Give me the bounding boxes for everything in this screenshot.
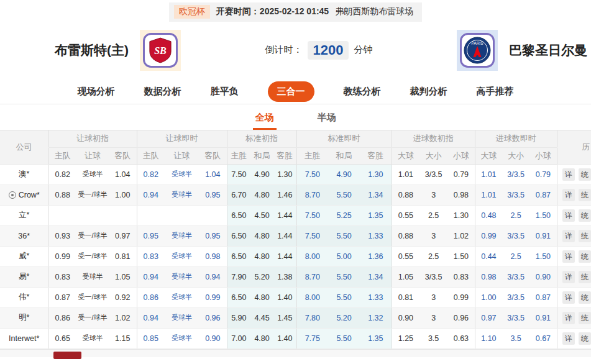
stats-button[interactable]: 统 bbox=[579, 291, 591, 304]
countdown-unit: 分钟 bbox=[354, 44, 372, 56]
column-subheader: 大球 bbox=[475, 147, 502, 164]
detail-button[interactable]: 详 bbox=[562, 271, 575, 283]
odds-cell: 0.98 bbox=[447, 184, 475, 205]
tab-7[interactable]: 高手推荐 bbox=[477, 86, 514, 98]
match-banner: 布雷斯特(主) SB 倒计时： 1200 分钟 bbox=[0, 20, 591, 80]
odds-cell bbox=[48, 205, 76, 225]
odds-cell: 8.00 bbox=[296, 287, 328, 307]
next-row-partial bbox=[0, 349, 591, 357]
odds-cell: 1.35 bbox=[360, 205, 392, 225]
tab-1[interactable]: 现场分析 bbox=[78, 86, 115, 98]
odds-cell bbox=[137, 205, 165, 225]
odds-cell: 1.35 bbox=[360, 328, 392, 348]
company-cell: 威* bbox=[0, 246, 48, 266]
subtab-2[interactable]: 半场 bbox=[315, 112, 339, 130]
odds-cell: 3 bbox=[419, 307, 447, 328]
odds-cell: 1.44 bbox=[273, 246, 296, 266]
company-name: 立* bbox=[19, 210, 29, 221]
detail-button[interactable]: 详 bbox=[562, 312, 575, 324]
detail-button[interactable]: 详 bbox=[562, 332, 575, 345]
stats-button[interactable]: 统 bbox=[579, 250, 591, 263]
odds-cell: 受球半 bbox=[165, 184, 199, 205]
odds-cell: 0.83 bbox=[447, 266, 475, 287]
odds-cell: 5.25 bbox=[328, 205, 360, 225]
odds-comparison-page: 欧冠杯 开赛时间：2025-02-12 01:45 弗朗西斯勒布雷球场 布雷斯特… bbox=[0, 0, 591, 364]
odds-cell: 4.80 bbox=[250, 184, 273, 205]
stats-button[interactable]: 统 bbox=[579, 230, 591, 242]
odds-cell bbox=[165, 205, 199, 225]
odds-cell: 0.67 bbox=[529, 328, 557, 348]
odds-cell: 1.10 bbox=[475, 328, 502, 348]
detail-button[interactable]: 详 bbox=[562, 291, 575, 304]
venue-name: 弗朗西斯勒布雷球场 bbox=[335, 6, 413, 17]
odds-cell: 2.5 bbox=[419, 205, 447, 225]
stats-button[interactable]: 统 bbox=[579, 312, 591, 324]
kickoff-label: 开赛时间： bbox=[216, 6, 260, 16]
odds-cell: 4.80 bbox=[250, 225, 273, 246]
stats-button[interactable]: 统 bbox=[579, 332, 591, 345]
stats-button[interactable]: 统 bbox=[579, 168, 591, 181]
company-name: 伟* bbox=[19, 292, 29, 303]
company-cell: Interwet* bbox=[0, 328, 48, 348]
odds-cell: 受球半 bbox=[76, 266, 109, 287]
company-cell: 伟* bbox=[0, 287, 48, 307]
column-group-1: 让球初指 bbox=[48, 130, 137, 147]
company-name: 明* bbox=[19, 312, 29, 323]
history-cell: 详统 bbox=[557, 307, 591, 328]
company-cell: Crow* bbox=[0, 184, 48, 205]
odds-cell: 3/3.5 bbox=[502, 184, 529, 205]
odds-cell: 受球半 bbox=[76, 164, 109, 184]
detail-button[interactable]: 详 bbox=[562, 209, 575, 222]
odds-cell: 5.50 bbox=[328, 266, 360, 287]
history-cell: 详统 bbox=[557, 328, 591, 348]
stats-button[interactable]: 统 bbox=[579, 271, 591, 283]
odds-cell: 3 bbox=[419, 287, 447, 307]
odds-cell: 3 bbox=[419, 184, 447, 205]
column-subheader: 让球 bbox=[165, 147, 199, 164]
detail-button[interactable]: 详 bbox=[562, 230, 575, 242]
column-subheader: 客队 bbox=[199, 147, 227, 164]
odds-cell: 0.90 bbox=[392, 307, 419, 328]
history-cell: 详统 bbox=[557, 266, 591, 287]
odds-cell: 受球半 bbox=[165, 266, 199, 287]
odds-cell: 1.04 bbox=[109, 164, 137, 184]
tab-2[interactable]: 数据分析 bbox=[144, 86, 181, 98]
odds-cell: 1.50 bbox=[447, 246, 475, 266]
subtab-1[interactable]: 全场 bbox=[253, 112, 277, 130]
odds-cell: 0.83 bbox=[137, 246, 165, 266]
stats-button[interactable]: 统 bbox=[579, 209, 591, 222]
detail-button[interactable]: 详 bbox=[562, 189, 575, 201]
odds-cell: 0.94 bbox=[137, 266, 165, 287]
tab-3[interactable]: 胜平负 bbox=[211, 86, 239, 98]
kickoff-value: 2025-02-12 01:45 bbox=[260, 6, 329, 16]
next-company-logo-partial bbox=[53, 352, 81, 359]
table-row: Crow*0.88受一/球半1.000.94受球半0.956.704.801.4… bbox=[0, 184, 591, 205]
away-team-name: 巴黎圣日尔曼 bbox=[509, 42, 587, 59]
odds-cell: 1.05 bbox=[109, 266, 137, 287]
company-cell: 36* bbox=[0, 225, 48, 246]
tab-5[interactable]: 教练分析 bbox=[344, 86, 381, 98]
tab-4[interactable]: 三合一 bbox=[268, 81, 314, 102]
odds-cell: 7.80 bbox=[296, 307, 328, 328]
column-subheader: 主胜 bbox=[296, 147, 328, 164]
odds-cell: 1.01 bbox=[475, 164, 502, 184]
history-cell: 详统 bbox=[557, 205, 591, 225]
tab-6[interactable]: 裁判分析 bbox=[410, 86, 447, 98]
odds-cell: 3 bbox=[419, 225, 447, 246]
odds-cell: 3.5 bbox=[502, 328, 529, 348]
odds-cell: 受球半 bbox=[165, 328, 199, 348]
odds-cell: 1.30 bbox=[447, 205, 475, 225]
stats-button[interactable]: 统 bbox=[579, 189, 591, 201]
detail-button[interactable]: 详 bbox=[562, 250, 575, 263]
odds-cell: 0.79 bbox=[447, 164, 475, 184]
table-row: 易*0.83受球半1.050.94受球半0.947.905.201.388.70… bbox=[0, 266, 591, 287]
odds-cell: 0.99 bbox=[199, 287, 227, 307]
odds-cell: 0.93 bbox=[48, 225, 76, 246]
table-row: Interwet*0.65受球半1.150.85受球半0.907.004.801… bbox=[0, 328, 591, 348]
league-badge: 欧冠杯 bbox=[174, 5, 210, 19]
detail-button[interactable]: 详 bbox=[562, 168, 575, 181]
column-subheader: 小球 bbox=[529, 147, 557, 164]
odds-cell: 0.81 bbox=[109, 246, 137, 266]
odds-cell: 1.04 bbox=[199, 164, 227, 184]
home-team-logo: SB bbox=[140, 30, 181, 71]
